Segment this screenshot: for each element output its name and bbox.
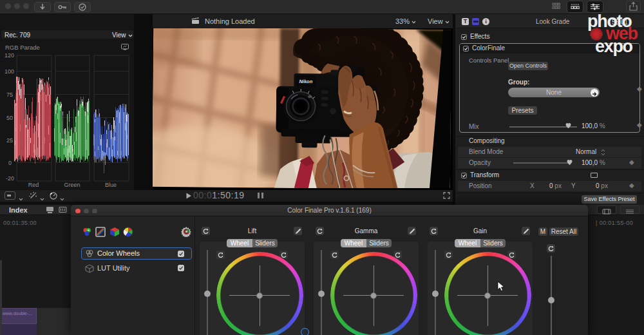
svg-text:100: 100	[5, 68, 14, 75]
svg-text:0: 0	[8, 160, 12, 166]
svg-text:Blue: Blue	[105, 182, 117, 188]
svg-text:Green: Green	[64, 182, 80, 188]
svg-text:25: 25	[6, 137, 13, 144]
svg-text:75: 75	[6, 91, 13, 98]
svg-text:50: 50	[6, 115, 13, 121]
svg-text:120: 120	[5, 52, 14, 59]
svg-text:-20: -20	[6, 175, 14, 182]
svg-text:Red: Red	[28, 182, 39, 188]
